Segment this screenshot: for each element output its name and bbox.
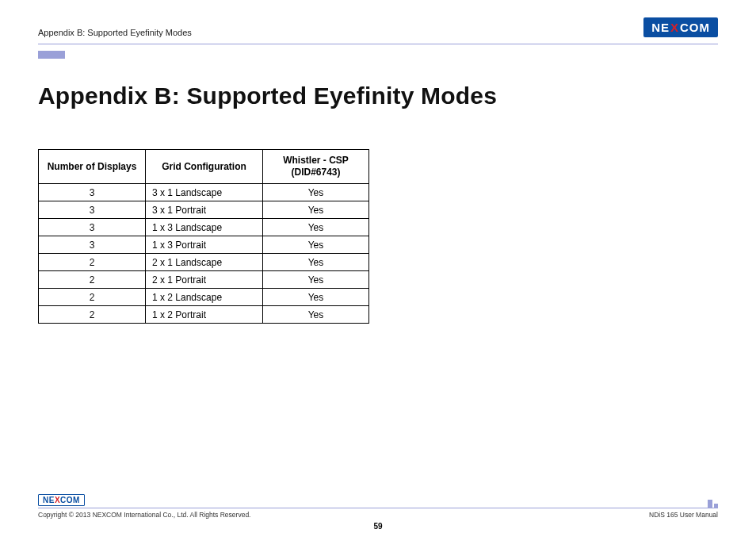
cell-grid-config: 1 x 3 Portrait [146, 236, 263, 254]
col-header-grid: Grid Configuration [146, 150, 263, 184]
col-header-csp: Whistler - CSP (DID#6743) [263, 150, 369, 184]
cell-num-displays: 3 [39, 184, 146, 201]
cell-grid-config: 2 x 1 Portrait [146, 271, 263, 289]
cell-whistler-csp: Yes [263, 289, 369, 306]
footer-rule [38, 508, 718, 508]
manual-name: NDiS 165 User Manual [649, 511, 718, 519]
cell-num-displays: 2 [39, 289, 146, 306]
col-header-displays: Number of Displays [39, 150, 146, 184]
table-row: 31 x 3 LandscapeYes [39, 219, 369, 236]
page-title: Appendix B: Supported Eyefinity Modes [38, 82, 718, 109]
cell-grid-config: 1 x 2 Portrait [146, 306, 263, 324]
col-header-csp-line1: Whistler - CSP [283, 155, 349, 166]
page-number: 59 [38, 522, 718, 531]
cell-whistler-csp: Yes [263, 236, 369, 254]
cell-grid-config: 1 x 2 Landscape [146, 289, 263, 306]
table-header-row: Number of Displays Grid Configuration Wh… [39, 150, 369, 184]
footer-brand-logo: NEXCOM [38, 494, 85, 506]
cell-whistler-csp: Yes [263, 271, 369, 289]
cell-whistler-csp: Yes [263, 184, 369, 201]
cell-whistler-csp: Yes [263, 219, 369, 236]
running-head: Appendix B: Supported Eyefinity Modes [38, 28, 192, 37]
logo-x: X [670, 21, 680, 34]
header-rule [38, 44, 718, 44]
footer-logo-pre: NE [43, 496, 55, 504]
table-row: 33 x 1 PortraitYes [39, 201, 369, 219]
table-row: 21 x 2 PortraitYes [39, 306, 369, 324]
cell-whistler-csp: Yes [263, 254, 369, 271]
col-header-csp-line2: (DID#6743) [291, 167, 340, 178]
logo-post: COM [680, 21, 710, 34]
cell-num-displays: 2 [39, 254, 146, 271]
cell-grid-config: 1 x 3 Landscape [146, 219, 263, 236]
cell-num-displays: 3 [39, 236, 146, 254]
table-row: 33 x 1 LandscapeYes [39, 184, 369, 201]
cell-whistler-csp: Yes [263, 306, 369, 324]
corner-decoration-icon [708, 500, 718, 508]
cell-num-displays: 3 [39, 201, 146, 219]
cell-num-displays: 3 [39, 219, 146, 236]
logo-pre: NE [651, 21, 670, 34]
table-row: 22 x 1 LandscapeYes [39, 254, 369, 271]
cell-grid-config: 2 x 1 Landscape [146, 254, 263, 271]
cell-grid-config: 3 x 1 Landscape [146, 184, 263, 201]
cell-num-displays: 2 [39, 306, 146, 324]
eyefinity-modes-table: Number of Displays Grid Configuration Wh… [38, 149, 369, 324]
accent-bar [38, 51, 65, 59]
cell-whistler-csp: Yes [263, 201, 369, 219]
footer-logo-x: X [55, 496, 60, 504]
footer-logo-post: COM [60, 496, 80, 504]
table-row: 22 x 1 PortraitYes [39, 271, 369, 289]
cell-grid-config: 3 x 1 Portrait [146, 201, 263, 219]
copyright-text: Copyright © 2013 NEXCOM International Co… [38, 511, 250, 519]
cell-num-displays: 2 [39, 271, 146, 289]
table-row: 21 x 2 LandscapeYes [39, 289, 369, 306]
table-row: 31 x 3 PortraitYes [39, 236, 369, 254]
brand-logo: NEXCOM [643, 17, 718, 37]
